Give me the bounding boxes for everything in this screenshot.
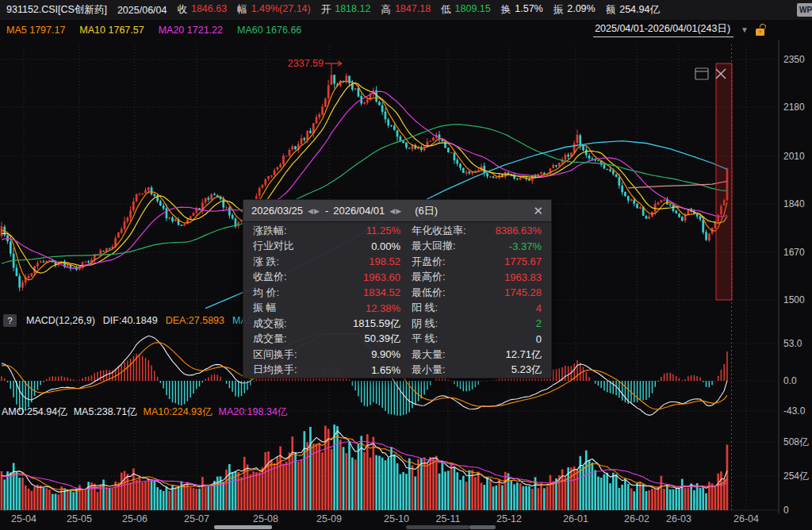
x-axis-month-label: 25-12	[496, 513, 522, 524]
stat-label: 最低价:	[412, 286, 478, 300]
field-label: 额	[606, 3, 616, 17]
range-end-step-icons[interactable]: ◀▶	[389, 207, 402, 215]
stat-label: 最大回撤:	[412, 239, 478, 253]
x-axis-month-label: 26-02	[624, 513, 649, 524]
price-axis-tick: 2180	[783, 102, 805, 113]
volume-axis-tick: 254亿	[783, 470, 809, 482]
unlock-icon[interactable]: ↑	[756, 24, 766, 36]
range-end-date: 2026/04/01	[333, 205, 385, 217]
quote-field: 低1809.15	[441, 3, 491, 17]
macd-axis-tick: 53.0	[783, 338, 802, 349]
chevron-down-icon[interactable]: ▼	[741, 25, 749, 34]
popup-stat-row: 均 价:1834.52最低价:1745.28	[243, 285, 551, 301]
stat-label: 成交量:	[253, 332, 316, 346]
annotation-arrow-icon	[325, 61, 342, 66]
stat-label: 开盘价:	[412, 255, 478, 269]
stat-value: 1834.52	[316, 286, 400, 298]
field-value: 254.94亿	[619, 3, 660, 17]
popup-stat-row: 日均换手:1.65%最小量:5.23亿	[243, 363, 551, 378]
stat-value: 5.23亿	[478, 363, 542, 377]
date-range-selector[interactable]: 2025/04/01-2026/04/01(243日)	[593, 22, 733, 37]
amo-legend-row: AMO:254.94亿MA5:238.71亿MA10:224.93亿MA20:1…	[2, 405, 287, 419]
stat-label: 收盘价:	[253, 270, 316, 284]
popup-stat-row: 行业对比0.00%最大回撤:-3.37%	[243, 239, 551, 255]
amo-legend-item: MA5:238.71亿	[74, 405, 137, 419]
range-start-date: 2026/03/25	[251, 205, 303, 217]
stat-value: 1745.28	[478, 286, 542, 298]
popup-stat-row: 区间换手:9.90%最大量:12.71亿	[243, 347, 551, 363]
stat-value: 12.38%	[316, 302, 400, 314]
stat-value: 9.90%	[316, 348, 400, 360]
macd-legend-item: DEA:27.5893	[166, 315, 224, 326]
stat-value: 50.39亿	[316, 332, 400, 346]
scrollbar-handle[interactable]	[214, 525, 272, 529]
range-selection-region[interactable]	[716, 63, 732, 300]
price-axis-tick: 2350	[783, 54, 805, 65]
field-value: 1.57%	[515, 3, 542, 17]
macd-legend: MACD(12,26,9)DIF:40.1849DEA:27.5893MACD	[26, 315, 262, 326]
stat-label: 涨 跌:	[253, 255, 316, 269]
stat-value: 4	[478, 302, 542, 314]
x-axis-month-label: 25-08	[253, 513, 278, 524]
wp-badge[interactable]: WP	[797, 3, 812, 17]
close-icon[interactable]: ✕	[533, 205, 543, 217]
stat-label: 行业对比	[253, 239, 316, 253]
stat-value: 12.71亿	[478, 348, 542, 362]
field-label: 振	[553, 3, 564, 17]
lock-body: ↑	[756, 29, 764, 36]
help-icon[interactable]: ?	[3, 314, 17, 327]
amo-legend-item: AMO:254.94亿	[2, 405, 67, 419]
x-axis-month-label: 25-05	[67, 513, 92, 524]
volume-axis-tick: 0	[783, 505, 789, 516]
quote-fields: 收1846.63幅1.49%(27.14)开1818.12高1847.18低18…	[177, 3, 659, 17]
x-axis-month-label: 26-04	[733, 513, 759, 524]
ma-legend-item: MA60 1676.66	[237, 25, 301, 36]
field-label: 收	[177, 3, 187, 17]
stat-label: 最小量:	[412, 363, 478, 377]
ma-legend-item: MA5 1797.17	[6, 25, 65, 36]
x-axis-month-label: 25-04	[11, 513, 36, 524]
x-axis-month-label: 25-09	[316, 513, 342, 524]
field-value: 1809.15	[455, 3, 491, 17]
stat-label: 年化收益率:	[412, 224, 478, 238]
popup-stat-row: 振 幅12.38%阳 线:4	[243, 301, 551, 317]
scrollbar-handle[interactable]	[406, 525, 469, 529]
amo-legend-item: MA10:224.93亿	[144, 405, 213, 419]
stat-label: 涨跌幅:	[253, 224, 316, 238]
quote-info-bar: 931152.CSI[CS创新药] 2025/06/04 收1846.63幅1.…	[0, 0, 812, 20]
price-axis-tick: 2010	[783, 151, 805, 162]
stat-label: 区间换手:	[253, 348, 316, 362]
stat-label: 振 幅	[253, 301, 316, 315]
high-annotation: 2337.59	[288, 58, 324, 69]
x-axis-month-label: 26-03	[666, 513, 691, 524]
macd-legend-item: MACD(12,26,9)	[26, 315, 95, 326]
scrollbar-handle[interactable]	[469, 525, 496, 529]
quote-field: 收1846.63	[177, 3, 227, 17]
field-label: 低	[441, 3, 451, 17]
stat-label: 最高价:	[412, 270, 478, 284]
stat-value: 11.25%	[316, 225, 400, 236]
stat-value: 1963.83	[478, 271, 542, 283]
popout-icon[interactable]	[695, 68, 708, 79]
stat-value: 2	[478, 317, 542, 329]
price-axis-tick: 1670	[783, 247, 805, 258]
stat-label: 均 价:	[253, 286, 316, 300]
popup-header: 2026/03/25 ◀▶ - 2026/04/01 ◀▶ (6日) ✕	[243, 200, 551, 222]
stat-label: 最大量:	[412, 348, 478, 362]
field-label: 幅	[237, 3, 247, 17]
amo-legend-item: MA20:198.34亿	[218, 405, 287, 419]
popup-stat-row: 涨跌幅:11.25%年化收益率:8386.63%	[243, 223, 551, 239]
field-value: 2.09%	[567, 3, 595, 17]
range-start-step-icons[interactable]: ◀▶	[308, 207, 320, 215]
ma-legend-item: MA20 1721.22	[159, 25, 223, 36]
price-axis-tick: 1840	[783, 198, 805, 209]
quote-date: 2025/06/04	[117, 5, 167, 16]
stat-value: 1963.60	[316, 271, 400, 283]
stat-value: 0	[478, 333, 542, 345]
stat-value: 1775.67	[478, 255, 542, 267]
quote-field: 额254.94亿	[606, 3, 660, 17]
range-stats-popup: 2026/03/25 ◀▶ - 2026/04/01 ◀▶ (6日) ✕ 涨跌幅…	[243, 199, 552, 378]
macd-legend-row: ? MACD(12,26,9)DIF:40.1849DEA:27.5893MAC…	[3, 314, 262, 327]
popup-stat-row: 涨 跌:198.52开盘价:1775.67	[243, 254, 551, 270]
field-value: 1.49%(27.14)	[251, 3, 311, 17]
